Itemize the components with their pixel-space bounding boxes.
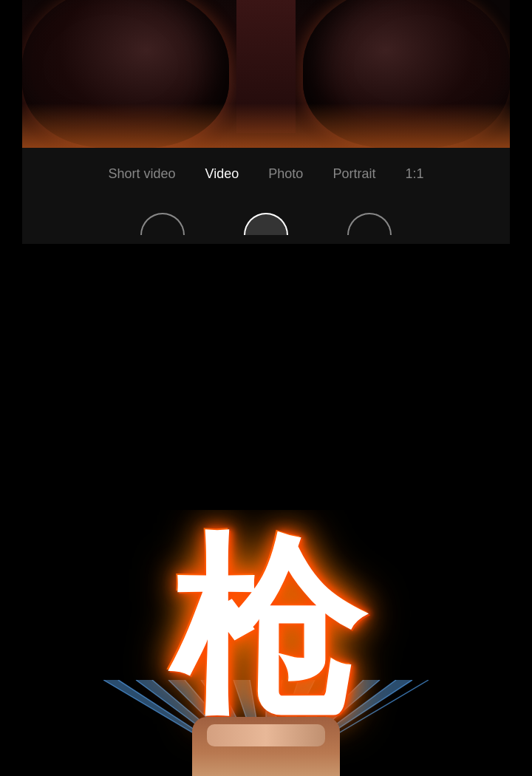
scroll-arc-right (347, 213, 392, 235)
viewfinder (0, 0, 532, 148)
side-panel-left (0, 0, 22, 776)
screen: Short video Video Photo Portrait 1:1 枪 (0, 0, 532, 776)
camera-mode-bar: Short video Video Photo Portrait 1:1 (0, 148, 532, 200)
orange-accent (0, 103, 532, 148)
black-section (0, 244, 532, 510)
chinese-character: 枪 (170, 532, 362, 724)
side-panel-right (510, 0, 532, 776)
scroll-indicators (0, 200, 532, 244)
scroll-arc-center (244, 213, 288, 235)
mode-video[interactable]: Video (191, 160, 254, 188)
bottom-content: 枪 (0, 510, 532, 776)
hand-shape (192, 717, 340, 776)
mode-short-video[interactable]: Short video (94, 160, 191, 188)
scroll-arc-left (140, 213, 185, 235)
hand (192, 717, 340, 776)
mode-portrait[interactable]: Portrait (318, 160, 390, 188)
mode-1-1[interactable]: 1:1 (390, 160, 438, 188)
mode-photo[interactable]: Photo (253, 160, 318, 188)
